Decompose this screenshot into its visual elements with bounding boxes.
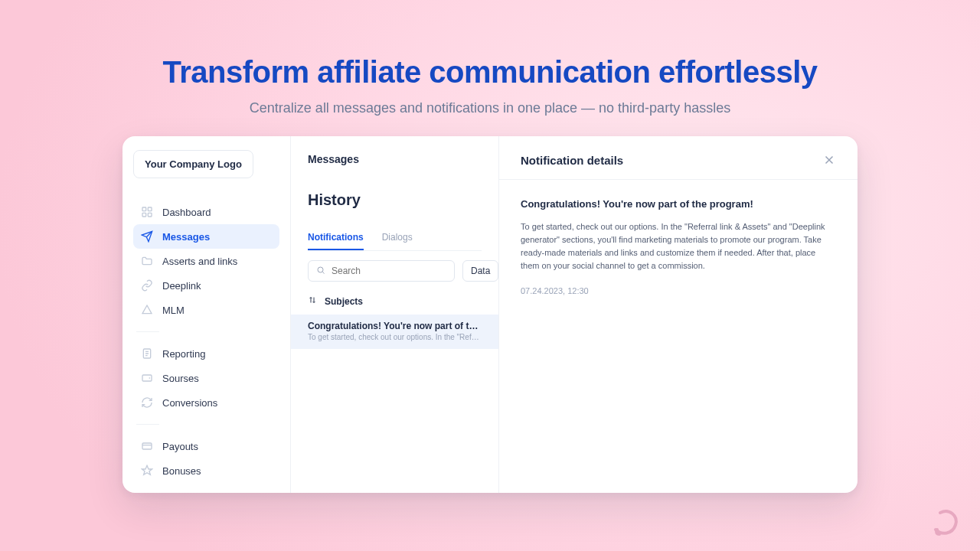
sidebar-item-payouts[interactable]: Payouts: [133, 434, 279, 458]
tab-dialogs[interactable]: Dialogs: [382, 232, 413, 250]
wallet-icon: [141, 372, 153, 384]
sidebar-nav: Dashboard Messages Asserts and links Dee…: [133, 200, 279, 483]
sidebar-item-deeplink[interactable]: Deeplink: [133, 273, 279, 298]
detail-panel-title: Notification details: [521, 154, 623, 167]
detail-timestamp: 07.24.2023, 12:30: [521, 286, 836, 295]
sidebar-item-reporting[interactable]: Reporting: [133, 341, 279, 366]
document-icon: [141, 347, 153, 360]
brand-mark-icon: [929, 507, 960, 537]
section-title: History: [308, 191, 482, 209]
sidebar-item-label: Asserts and links: [162, 256, 237, 267]
svg-rect-1: [148, 207, 152, 211]
sidebar-item-label: Payouts: [162, 441, 198, 452]
search-input-wrapper[interactable]: [308, 260, 455, 282]
svg-rect-2: [148, 213, 152, 217]
sidebar-item-label: Deeplink: [162, 280, 201, 292]
sidebar-item-label: MLM: [162, 305, 185, 316]
history-tabs: Notifications Dialogs: [308, 232, 482, 251]
page-title: Messages: [308, 153, 482, 165]
column-header-subjects[interactable]: Subjects: [308, 295, 482, 307]
notification-detail-pane: Notification details Congratulations! Yo…: [499, 136, 858, 493]
sidebar: Your Company Logo Dashboard Messages Ass…: [122, 136, 291, 493]
sidebar-item-bonuses[interactable]: Bonuses: [133, 458, 279, 483]
sidebar-item-label: Sourses: [162, 373, 199, 384]
search-input[interactable]: [332, 266, 446, 276]
sidebar-item-label: Bonuses: [162, 465, 201, 477]
sidebar-item-label: Messages: [162, 231, 210, 243]
svg-rect-3: [142, 213, 146, 217]
svg-rect-0: [142, 207, 146, 211]
notification-row-preview: To get started, check out our options. I…: [308, 333, 482, 341]
sidebar-item-sourses[interactable]: Sourses: [133, 366, 279, 390]
sidebar-item-label: Reporting: [162, 348, 205, 360]
close-icon[interactable]: [822, 153, 836, 167]
tab-notifications[interactable]: Notifications: [308, 232, 364, 250]
hero: Transform affiliate communication effort…: [0, 0, 980, 116]
hero-subtitle: Centralize all messages and notification…: [0, 100, 980, 116]
sidebar-item-label: Dashboard: [162, 207, 211, 218]
link-icon: [141, 279, 153, 292]
sidebar-item-asserts-links[interactable]: Asserts and links: [133, 249, 279, 273]
hero-title: Transform affiliate communication effort…: [0, 55, 980, 90]
column-header-label: Subjects: [325, 296, 363, 307]
app-window: Your Company Logo Dashboard Messages Ass…: [122, 136, 858, 493]
sort-icon: [308, 295, 317, 307]
pyramid-icon: [141, 304, 153, 316]
data-filter-button[interactable]: Data: [462, 260, 498, 282]
detail-subject: Congratulations! You're now part of the …: [521, 198, 836, 210]
company-logo-chip: Your Company Logo: [133, 150, 253, 178]
grid-icon: [141, 206, 153, 218]
folder-icon: [141, 255, 153, 267]
sidebar-divider: [136, 424, 159, 425]
svg-rect-6: [142, 443, 152, 449]
detail-body-text: To get started, check out our options. I…: [521, 220, 836, 272]
sidebar-item-label: Conversions: [162, 397, 217, 409]
notification-row[interactable]: Congratulations! You're now part of the …: [291, 315, 498, 349]
search-icon: [316, 266, 325, 277]
send-icon: [141, 230, 153, 243]
notification-row-title: Congratulations! You're now part of the …: [308, 321, 482, 331]
messages-pane: Messages History Notifications Dialogs D…: [291, 136, 499, 493]
star-icon: [141, 465, 153, 477]
refresh-icon: [141, 396, 153, 409]
svg-point-7: [318, 267, 323, 272]
sidebar-item-messages[interactable]: Messages: [133, 224, 279, 249]
svg-rect-5: [142, 375, 152, 381]
sidebar-item-conversions[interactable]: Conversions: [133, 390, 279, 415]
card-icon: [141, 440, 153, 452]
sidebar-item-mlm[interactable]: MLM: [133, 298, 279, 322]
sidebar-divider: [136, 331, 159, 332]
sidebar-item-dashboard[interactable]: Dashboard: [133, 200, 279, 224]
